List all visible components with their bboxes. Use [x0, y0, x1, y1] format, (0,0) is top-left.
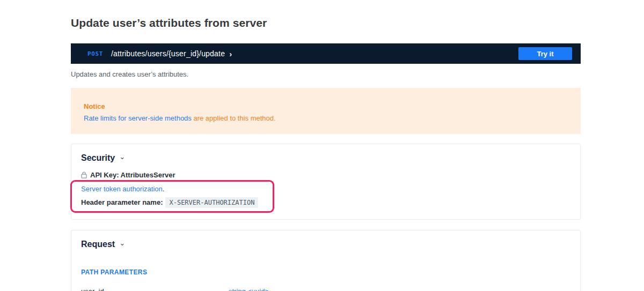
- request-section-toggle[interactable]: Request ⌄: [81, 239, 125, 250]
- parameter-name: user_id: [81, 287, 229, 291]
- header-param-label: Header parameter name:: [81, 198, 163, 206]
- security-section-toggle[interactable]: Security ⌄: [81, 153, 125, 163]
- api-key-label: API Key: AttributesServer: [90, 171, 175, 179]
- path-parameters-label: PATH PARAMETERS: [81, 269, 570, 276]
- endpoint-bar: POST /attributes/users/{user_id}/update …: [71, 43, 581, 64]
- lock-icon: [81, 171, 87, 178]
- api-key-line: API Key: AttributesServer: [81, 171, 570, 179]
- parameter-row: user_id string <uuid>: [81, 287, 570, 291]
- try-it-button[interactable]: Try it: [518, 47, 572, 60]
- page-title: Update user’s attributes from server: [71, 16, 581, 30]
- auth-line-suffix: .: [163, 185, 165, 193]
- header-param-value: X-SERVER-AUTHORIZATION: [165, 197, 258, 208]
- header-param-line: Header parameter name:X-SERVER-AUTHORIZA…: [81, 197, 267, 208]
- request-card: Request ⌄ PATH PARAMETERS user_id string…: [71, 230, 581, 291]
- endpoint-path[interactable]: /attributes/users/{user_id}/update ›: [111, 49, 232, 58]
- docs-content: Update user’s attributes from server POS…: [71, 0, 581, 291]
- parameter-type: string <uuid>: [229, 287, 269, 291]
- endpoint-description: Updates and creates user’s attributes.: [71, 70, 581, 79]
- auth-line: Server token authorization.: [81, 185, 267, 193]
- notice-text: are applied to this method.: [192, 114, 276, 122]
- security-card: Security ⌄ API Key: AttributesServer Ser…: [71, 144, 581, 220]
- security-heading-label: Security: [81, 153, 115, 163]
- notice-title: Notice: [84, 102, 568, 110]
- chevron-right-icon: ›: [229, 50, 232, 58]
- chevron-down-icon: ⌄: [119, 152, 125, 162]
- rate-limits-link[interactable]: Rate limits for server-side methods: [84, 114, 192, 122]
- notice-body: Rate limits for server-side methods are …: [84, 114, 568, 123]
- http-method-badge: POST: [87, 50, 103, 57]
- request-heading-label: Request: [81, 239, 115, 250]
- chevron-down-icon: ⌄: [119, 238, 125, 249]
- endpoint-path-text: /attributes/users/{user_id}/update: [111, 49, 225, 58]
- server-token-authorization-link[interactable]: Server token authorization: [81, 185, 163, 193]
- annotation-highlight: Server token authorization. Header param…: [70, 180, 274, 213]
- notice-callout: Notice Rate limits for server-side metho…: [71, 88, 581, 134]
